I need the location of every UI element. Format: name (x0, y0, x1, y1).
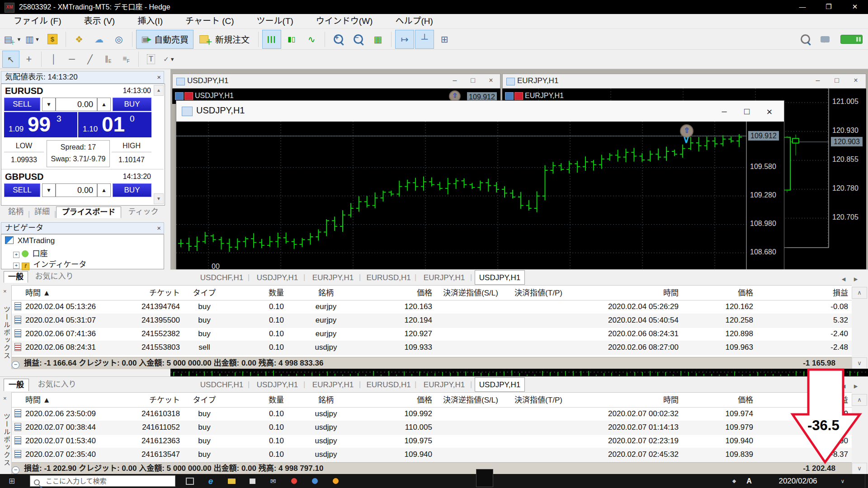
column-header-price[interactable]: 価格 (369, 394, 432, 407)
tile-windows-button[interactable]: ▦ (368, 30, 387, 49)
horizontal-line-tool[interactable]: ─ (63, 51, 80, 68)
scroll-up-button[interactable]: ▲ (154, 85, 164, 96)
chart-tab-0[interactable]: USDCHF,H1 (197, 270, 247, 285)
crosshair-tool[interactable]: + (20, 51, 38, 68)
buy-button[interactable]: BUY (113, 98, 151, 111)
table-row[interactable]: 2020.02.06 23:50:09241610318buy0.10usdjp… (12, 407, 852, 421)
tabs-scroll-left[interactable]: ◂ (839, 272, 849, 286)
volume-increase-button[interactable]: ▲ (97, 183, 111, 197)
volume-input[interactable]: 0.00 (56, 98, 97, 111)
collapse-icon[interactable]: − (12, 466, 19, 474)
column-header-type[interactable]: タイプ (191, 286, 218, 300)
line-chart-button[interactable]: ∿ (302, 30, 321, 49)
chart-tab-2[interactable]: EURJPY,H1 (308, 377, 358, 392)
column-header-type[interactable]: タイプ (191, 394, 218, 407)
taskbar-app-thumbnail[interactable] (476, 469, 493, 487)
close-button[interactable]: × (482, 76, 500, 84)
taskbar-date[interactable]: 2020/02/06 (769, 474, 827, 488)
column-header-time[interactable]: 時間 ▲ (25, 286, 129, 300)
volume-increase-button[interactable]: ▲ (97, 98, 111, 111)
column-header-price[interactable]: 価格 (369, 286, 432, 300)
broadcast-button[interactable]: ◎ (109, 30, 128, 49)
store-icon[interactable] (243, 474, 261, 488)
column-header-sl[interactable]: 決済逆指値(S/L) (441, 394, 500, 407)
maximize-button[interactable]: □ (464, 76, 482, 84)
new-chart-button[interactable]: ▤＋▼ (3, 30, 22, 49)
navigator-tab-1[interactable]: お気に入り (30, 271, 79, 283)
sell-button[interactable]: SELL (4, 183, 40, 197)
scroll-down-button[interactable]: ▼ (154, 193, 164, 204)
table-row[interactable]: 2020.02.07 02:35:40241613547buy0.10usdjp… (12, 448, 852, 462)
table-row[interactable]: 2020.02.06 07:41:36241552382buy0.10eurjp… (12, 327, 852, 341)
column-header-price2[interactable]: 価格 (685, 394, 753, 407)
table-row[interactable]: 2020.02.06 08:24:31241553803sell0.10usdj… (12, 341, 852, 355)
collapse-icon[interactable]: − (12, 361, 19, 369)
menu-item-0[interactable]: ファイル (F) (6, 14, 69, 28)
chart-window-eurjpy[interactable]: EURJPY,H1 – □ × (502, 74, 866, 89)
column-header-sl[interactable]: 決済逆指値(S/L) (441, 286, 500, 300)
app-icon-orange[interactable] (326, 474, 344, 488)
maximize-button[interactable]: ❐ (816, 0, 842, 14)
maximize-button[interactable]: □ (828, 76, 846, 84)
chart-profiles-button[interactable]: ▥▼ (23, 30, 42, 49)
tray-diamond-icon[interactable]: ◆ (729, 474, 740, 488)
maximize-button[interactable]: □ (738, 106, 756, 117)
navigator-header[interactable]: ナビゲータ × (1, 222, 164, 234)
minimize-button[interactable]: – (446, 76, 464, 84)
buy-button[interactable]: BUY (113, 183, 151, 197)
search-symbols-button[interactable] (796, 30, 815, 49)
scroll-up-button[interactable]: ∧ (852, 287, 867, 299)
close-button[interactable]: × (847, 76, 865, 84)
column-header-time[interactable]: 時間 ▲ (25, 394, 129, 407)
chart-tab-5[interactable]: USDJPY,H1 (475, 270, 525, 285)
tree-item-broker[interactable]: XMTrading (5, 236, 55, 245)
market-watch-tab-0[interactable]: 銘柄 (4, 206, 28, 218)
candlestick-button[interactable]: ▮▯ (282, 30, 301, 49)
volume-decrease-button[interactable]: ▼ (42, 183, 56, 197)
menu-item-5[interactable]: ウインドウ(W) (309, 14, 380, 28)
table-row[interactable]: 2020.02.07 00:38:44241611052buy0.10usdjp… (12, 421, 852, 435)
ask-price-panel[interactable]: 1.10 01 0 (78, 112, 151, 137)
folder-icon[interactable] (222, 474, 241, 488)
tree-item-indicators[interactable]: + f インディケータ (13, 258, 86, 270)
app-icon-blue[interactable] (306, 474, 324, 488)
market-watch-tab-1[interactable]: 詳細 (30, 206, 54, 218)
column-header-symbol[interactable]: 銘柄 (301, 286, 351, 300)
chart-window-titlebar[interactable]: USDJPY,H1 – □ × (176, 101, 784, 122)
bar-chart-button[interactable]: ||| (262, 30, 281, 49)
bid-price-panel[interactable]: 1.09 99 3 (4, 112, 77, 137)
edge-icon[interactable]: e (202, 474, 220, 488)
virtual-hosting-button[interactable]: ☁ (90, 30, 108, 49)
column-header-tp[interactable]: 決済指値(T/P) (505, 286, 572, 300)
toolbox-close-icon[interactable]: × (3, 288, 7, 295)
zoom-in-button[interactable]: + (329, 30, 348, 49)
shift-end-button[interactable]: ↦ (395, 30, 414, 49)
toolbox-close-icon[interactable]: × (3, 395, 7, 402)
shapes-tool[interactable]: ✓▼ (160, 51, 178, 68)
chart-tab-2[interactable]: EURJPY,H1 (308, 270, 358, 285)
chart-window-usdjpy-back[interactable]: USDJPY,H1 – □ × (172, 74, 500, 89)
expand-icon[interactable]: + (13, 252, 19, 258)
new-order-button[interactable]: ＋新規注文 (194, 30, 255, 49)
market-watch-tab-2[interactable]: プライスボード (56, 206, 121, 218)
app-icon-red[interactable] (285, 474, 303, 488)
chart-tab-1[interactable]: USDJPY,H1 (252, 270, 302, 285)
menu-item-1[interactable]: 表示 (V) (77, 14, 123, 28)
taskbar-search-input[interactable]: ここに入力して検索 (30, 475, 175, 487)
text-tool[interactable]: T (142, 51, 160, 68)
mail-icon[interactable]: ✉ (264, 474, 282, 488)
minimize-button[interactable]: – (809, 76, 827, 84)
equidistant-channel-tool[interactable]: ∥E (99, 51, 117, 68)
start-button[interactable]: ⊞ (5, 474, 19, 488)
chart-tab-0[interactable]: USDCHF,H1 (197, 377, 247, 392)
journal-button[interactable]: ❖ (70, 30, 89, 49)
close-button[interactable]: × (760, 106, 778, 118)
menu-item-2[interactable]: 挿入(I) (130, 14, 170, 28)
expand-icon[interactable]: + (13, 263, 19, 269)
close-button[interactable]: ✕ (842, 0, 868, 14)
trendline-tool[interactable]: ╱ (81, 51, 99, 68)
table-row[interactable]: 2020.02.04 05:13:26241394764buy0.10eurjp… (12, 300, 852, 314)
column-header-symbol[interactable]: 銘柄 (301, 394, 351, 407)
chart-tab-3[interactable]: EURUSD,H1 (363, 377, 414, 392)
tree-item-accounts[interactable]: + 口座 (13, 247, 47, 258)
